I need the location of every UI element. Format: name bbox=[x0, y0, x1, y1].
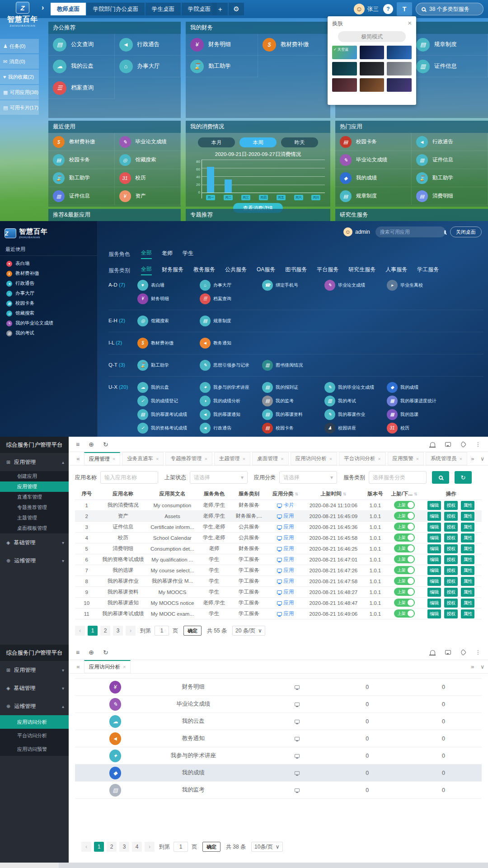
publish-toggle[interactable]: 上架 bbox=[394, 609, 415, 618]
close-desktop-button[interactable]: 关闭桌面 bbox=[450, 226, 482, 237]
close-tab-icon[interactable]: × bbox=[329, 456, 332, 462]
app-class-link[interactable]: 应用 bbox=[277, 556, 294, 563]
app-tile[interactable]: ✎ 毕业论文成绩 bbox=[324, 280, 387, 291]
tabs-scroll-right-icon[interactable]: » bbox=[471, 456, 474, 462]
menu-app-management[interactable]: ⊞ 应用管理 ▾ bbox=[0, 661, 69, 679]
property-button[interactable]: 属性 bbox=[461, 523, 474, 532]
analysis-row[interactable]: ✎ 毕业论文成绩 0 0 bbox=[75, 696, 482, 713]
app-class-link[interactable]: 应用 bbox=[277, 599, 294, 606]
sidebar-item[interactable]: ▤ 可用卡片(17) bbox=[0, 100, 39, 115]
prev-page-icon[interactable]: ‹ bbox=[81, 842, 91, 852]
analysis-row[interactable]: ◄ 教务通知 0 0 bbox=[75, 730, 482, 747]
authorize-button[interactable]: 授权 bbox=[444, 512, 458, 521]
page-number[interactable]: 4 bbox=[132, 842, 142, 852]
edit-button[interactable]: 编辑 bbox=[427, 588, 441, 597]
app-tile[interactable]: ▥ 证件信息 bbox=[48, 187, 115, 205]
app-class-link[interactable]: 应用 bbox=[277, 534, 294, 541]
recent-app-item[interactable]: ♥ 表白墙 bbox=[0, 259, 97, 269]
category-option[interactable]: 教务服务 bbox=[193, 266, 215, 275]
menu-ops-management[interactable]: ⊕ 运维管理 ▴ bbox=[0, 697, 69, 715]
app-tile[interactable]: 31 校历 bbox=[115, 169, 181, 187]
category-option[interactable]: 平台服务 bbox=[317, 266, 338, 275]
tag-icon[interactable] bbox=[460, 441, 466, 447]
close-tab-icon[interactable]: × bbox=[460, 456, 462, 462]
app-tile[interactable]: ▤ 规章制度 bbox=[412, 34, 488, 56]
sidebar-item[interactable]: ✉ 消息(0) bbox=[0, 54, 39, 69]
global-search[interactable]: 38 个多类型服务 bbox=[416, 3, 483, 15]
app-tile[interactable]: ▤ 我的报到证 bbox=[262, 382, 324, 393]
skin-thumbnail[interactable] bbox=[387, 78, 412, 92]
admin-tab[interactable]: 专题推荐管理 × bbox=[165, 452, 212, 465]
app-tile[interactable]: $ 教材费补缴 bbox=[137, 338, 200, 349]
property-button[interactable]: 属性 bbox=[461, 609, 474, 618]
skin-thumbnail[interactable] bbox=[360, 62, 385, 75]
desktop-tab[interactable]: 学生桌面 bbox=[145, 3, 181, 15]
app-tile[interactable]: 31 校历 bbox=[387, 423, 449, 434]
authorize-button[interactable]: 授权 bbox=[444, 555, 458, 564]
edit-button[interactable]: 编辑 bbox=[427, 609, 441, 618]
skin-thumbnail[interactable] bbox=[360, 78, 385, 92]
property-button[interactable]: 属性 bbox=[461, 566, 474, 575]
table-row[interactable]: 10 我的慕课通知 My MOOCS notice 老师,学生 学工服务 应用 … bbox=[75, 598, 482, 609]
app-tile[interactable]: ◄ 行政通告 bbox=[412, 133, 488, 151]
close-tab-icon[interactable]: × bbox=[123, 664, 126, 670]
app-tile[interactable]: ▤ 校园卡务 bbox=[48, 151, 115, 169]
app-tile[interactable]: ▥ 证件信息 bbox=[412, 151, 488, 169]
col-header-sortable[interactable]: 上架/下... ⇅ bbox=[388, 491, 420, 497]
app-tile[interactable]: $ 教材费补缴 bbox=[258, 34, 330, 56]
app-tile[interactable]: ✎ 思想引领参与记录 bbox=[200, 360, 262, 371]
jump-page-input[interactable] bbox=[174, 842, 188, 852]
sort-icon[interactable]: ⇅ bbox=[343, 492, 347, 496]
chat-icon[interactable] bbox=[445, 442, 451, 447]
edit-button[interactable]: 编辑 bbox=[427, 523, 441, 532]
edit-button[interactable]: 编辑 bbox=[427, 577, 441, 586]
close-tab-icon[interactable]: × bbox=[416, 456, 419, 462]
property-button[interactable]: 属性 bbox=[461, 501, 474, 510]
app-tile[interactable]: ◎ 馆藏搜索 bbox=[115, 151, 181, 169]
analysis-row[interactable]: ☁ 我的云盘 0 0 bbox=[75, 713, 482, 730]
refresh-button[interactable]: ↻ bbox=[455, 471, 472, 484]
app-tile[interactable]: ⌂ 办事大厅 bbox=[115, 56, 181, 77]
authorize-button[interactable]: 授权 bbox=[444, 609, 458, 618]
user-avatar[interactable]: ☺ bbox=[354, 4, 365, 14]
edit-button[interactable]: 编辑 bbox=[427, 599, 441, 608]
edit-button[interactable]: 编辑 bbox=[427, 512, 441, 521]
close-tab-icon[interactable]: × bbox=[243, 456, 245, 462]
analysis-row[interactable]: ▤ 我的监考 0 0 bbox=[75, 782, 482, 799]
sidebar-item[interactable]: ♥ 我的收藏(2) bbox=[0, 70, 39, 84]
admin-tab[interactable]: 应用访问分析 × bbox=[84, 660, 131, 673]
app-tile[interactable]: ⌛ 勤工助学 bbox=[412, 169, 488, 187]
app-tile[interactable]: ◎ 馆藏搜索 bbox=[137, 316, 200, 326]
app-tile[interactable]: ▤ 我的慕课考试成绩 bbox=[137, 409, 200, 420]
app-tile[interactable]: ▥ 证件信息 bbox=[412, 56, 488, 77]
app-class-link[interactable]: 应用 bbox=[277, 513, 294, 519]
authorize-button[interactable]: 授权 bbox=[444, 501, 458, 510]
category-option[interactable]: 研究生服务 bbox=[348, 266, 375, 275]
page-number[interactable]: 1 bbox=[88, 626, 98, 636]
table-row[interactable]: 4 校历 School Calendar 学生,老师 公共服务 应用 2020-… bbox=[75, 533, 482, 543]
publish-toggle[interactable]: 上架 bbox=[394, 512, 415, 520]
menu-base-management[interactable]: ◈ 基础管理 ▾ bbox=[0, 533, 69, 552]
app-tile[interactable]: ♟ 校园讲座 bbox=[324, 423, 387, 434]
app-tile[interactable]: ▤ 规章制度 bbox=[200, 316, 262, 326]
page-number[interactable]: 2 bbox=[100, 626, 110, 636]
analysis-row[interactable]: ¥ 财务明细 0 0 bbox=[75, 679, 482, 696]
tabs-dropdown-icon[interactable]: ∨ bbox=[480, 456, 484, 462]
app-tile[interactable]: ◄ 我的慕课通知 bbox=[200, 409, 262, 420]
app-tile[interactable]: ¥ 资产 bbox=[115, 187, 181, 205]
col-header-sortable[interactable]: 应用分类 ⇅ bbox=[266, 491, 304, 497]
table-row[interactable]: 11 我的慕课考试成绩 My MOOC exam... 学生 学工服务 应用 2… bbox=[75, 609, 482, 619]
table-row[interactable]: 9 我的慕课资料 My MOOCS 学生 学工服务 应用 2020-08-21 … bbox=[75, 587, 482, 598]
role-option[interactable]: 全部 bbox=[141, 249, 152, 259]
publish-toggle[interactable]: 上架 bbox=[394, 523, 415, 531]
analysis-row[interactable]: ◆ 我的成绩 0 0 bbox=[75, 764, 482, 782]
category-option[interactable]: 公共服务 bbox=[225, 266, 247, 275]
app-tile[interactable]: ☰ 档案查询 bbox=[200, 293, 262, 304]
app-tile[interactable]: ♥ 表白墙 bbox=[137, 280, 200, 291]
app-name-input[interactable] bbox=[100, 471, 158, 484]
recent-app-item[interactable]: ✎ 我的毕业论文成绩 bbox=[0, 318, 97, 328]
app-tile[interactable]: ¥ 财务明细 bbox=[137, 293, 200, 304]
jump-page-input[interactable] bbox=[155, 626, 169, 636]
skin-thumbnail[interactable] bbox=[387, 62, 412, 75]
desktop-tab[interactable]: 教师桌面 bbox=[51, 3, 86, 15]
